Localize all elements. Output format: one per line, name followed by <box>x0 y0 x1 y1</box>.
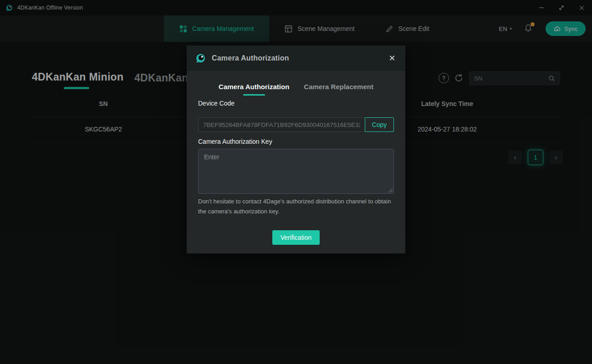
authorization-key-area <box>198 149 394 194</box>
copy-button[interactable]: Copy <box>365 117 394 132</box>
dialog-tabs: Camera Authorization Camera Replacement <box>187 83 405 96</box>
device-code-label: Device Code <box>198 100 394 107</box>
verification-button[interactable]: Verification <box>272 230 320 245</box>
dialog-title: Camera Authorization <box>212 54 289 62</box>
close-icon[interactable]: ✕ <box>386 52 398 64</box>
verify-row: Verification <box>198 230 394 245</box>
authorization-key-label: Camera Authorization Key <box>198 138 394 145</box>
tab-camera-replacement[interactable]: Camera Replacement <box>304 83 373 96</box>
dialog-logo-icon <box>195 53 206 64</box>
app-window: 4DKanKan Offline Version Came <box>0 0 592 364</box>
authorization-hint: Don't hesitate to contact 4Dage's author… <box>198 197 394 217</box>
dialog-body: Device Code Copy Camera Authorization Ke… <box>187 100 405 245</box>
device-code-field[interactable] <box>198 117 365 132</box>
authorization-key-input[interactable] <box>198 149 394 194</box>
dialog-header: Camera Authorization ✕ <box>187 46 405 71</box>
camera-authorization-dialog: Camera Authorization ✕ Camera Authorizat… <box>187 46 405 253</box>
device-code-row: Copy <box>198 117 394 132</box>
tab-camera-authorization[interactable]: Camera Authorization <box>219 83 289 96</box>
